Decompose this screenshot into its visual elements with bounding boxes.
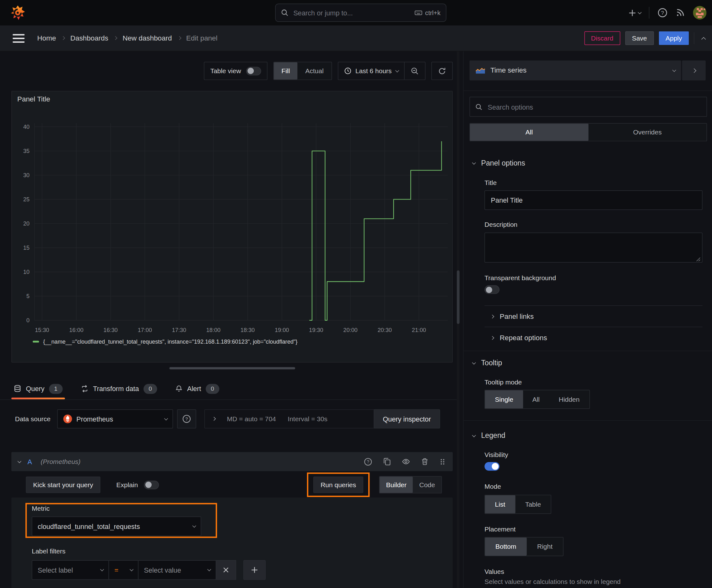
breadcrumb-new-dashboard[interactable]: New dashboard	[123, 34, 172, 42]
remove-filter-button[interactable]	[216, 560, 236, 580]
legend-header[interactable]: Legend	[473, 432, 505, 440]
grip-icon	[439, 458, 446, 465]
transparent-background-toggle[interactable]	[484, 285, 499, 294]
options-search-input[interactable]	[487, 102, 701, 111]
chevron-down-icon	[638, 10, 641, 14]
svg-text:16:30: 16:30	[104, 327, 118, 333]
svg-text:25: 25	[23, 196, 29, 203]
collapse-options-button[interactable]	[702, 36, 705, 41]
builder-code-switch: Builder Code	[379, 476, 442, 493]
breadcrumb-home[interactable]: Home	[37, 34, 56, 42]
tooltip-hidden-option[interactable]: Hidden	[549, 390, 589, 408]
select-value-dropdown[interactable]: Select value	[138, 560, 216, 580]
visualization-picker[interactable]: Time series	[470, 60, 681, 80]
svg-text:15: 15	[23, 245, 29, 251]
query-inspector-button[interactable]: Query inspector	[374, 409, 440, 428]
search-input[interactable]	[293, 8, 411, 17]
toggle-visibility-button[interactable]	[402, 458, 411, 466]
query-row-header[interactable]: A (Prometheus) ?	[11, 452, 453, 471]
explain-label: Explain	[116, 481, 138, 488]
chevron-down-icon	[395, 68, 399, 72]
grafana-edit-panel-screen: ctrl+k ?	[0, 0, 712, 588]
legend-list-option[interactable]: List	[485, 495, 515, 513]
chevron-down-icon	[192, 524, 196, 527]
query-options-bar[interactable]: MD = auto = 704 Interval = 30s Query ins…	[204, 409, 440, 428]
datasource-help-button[interactable]: ?	[177, 409, 196, 428]
chevron-right-icon	[114, 37, 117, 40]
delete-query-button[interactable]	[421, 458, 429, 466]
panel-title-input[interactable]	[484, 190, 702, 210]
add-filter-button[interactable]	[243, 560, 265, 580]
panel-links-section[interactable]: Panel links	[491, 313, 534, 321]
actual-option[interactable]: Actual	[298, 62, 331, 80]
repeat-options-section[interactable]: Repeat options	[491, 334, 547, 342]
open-viz-list-button[interactable]	[682, 60, 706, 80]
query-buttons-row: Kick start your query Explain Run querie…	[26, 476, 442, 493]
fill-option[interactable]: Fill	[274, 62, 298, 80]
query-count-badge: 1	[49, 384, 63, 394]
operator-dropdown[interactable]: =	[109, 560, 138, 580]
query-ref-id: A	[28, 458, 32, 465]
refresh-button[interactable]	[431, 62, 453, 80]
placement-right-option[interactable]: Right	[527, 538, 563, 555]
options-search[interactable]	[470, 97, 707, 117]
discard-button[interactable]: Discard	[584, 31, 620, 45]
chart-legend[interactable]: {__name__="cloudflared_tunnel_total_requ…	[33, 339, 297, 345]
user-avatar[interactable]	[693, 6, 706, 19]
explain-toggle[interactable]	[144, 481, 159, 489]
panel-options-header[interactable]: Panel options	[473, 159, 525, 167]
builder-option[interactable]: Builder	[380, 477, 413, 493]
svg-text:20:00: 20:00	[343, 327, 358, 333]
all-option[interactable]: All	[470, 123, 588, 141]
legend-visibility-toggle[interactable]	[484, 462, 499, 470]
select-label-dropdown[interactable]: Select label	[32, 560, 109, 580]
trash-icon	[421, 458, 429, 466]
menu-toggle-button[interactable]	[13, 34, 25, 42]
legend-table-option[interactable]: Table	[515, 495, 551, 513]
metric-select[interactable]: cloudflared_tunnel_total_requests	[32, 517, 201, 536]
run-queries-button[interactable]: Run queries	[313, 477, 363, 493]
table-view-toggle[interactable]	[246, 67, 261, 75]
time-range-picker[interactable]: Last 6 hours	[338, 62, 404, 80]
grafana-logo-icon[interactable]	[10, 5, 25, 20]
query-help-button[interactable]: ?	[364, 457, 372, 466]
tab-transform-data[interactable]: Transform data 0	[79, 378, 159, 399]
tab-alert[interactable]: Alert 0	[173, 378, 222, 399]
description-textarea[interactable]	[484, 233, 702, 262]
query-builder-body: Metric cloudflared_tunnel_total_requests…	[11, 498, 453, 588]
panel-resize-handle[interactable]	[170, 367, 296, 370]
kick-start-query-button[interactable]: Kick start your query	[26, 477, 100, 493]
chevron-down-icon[interactable]	[18, 459, 21, 463]
help-button[interactable]: ?	[657, 8, 667, 18]
tab-query[interactable]: Query 1	[11, 378, 65, 399]
help-icon: ?	[182, 414, 191, 423]
news-button[interactable]	[675, 8, 685, 17]
placement-bottom-option[interactable]: Bottom	[485, 538, 527, 555]
tooltip-header[interactable]: Tooltip	[473, 359, 502, 367]
label-filter-row: Select label = Select value	[32, 560, 265, 580]
svg-text:18:00: 18:00	[206, 327, 220, 333]
breadcrumb-dashboards[interactable]: Dashboards	[70, 34, 108, 42]
drag-query-handle[interactable]	[439, 458, 446, 465]
svg-text:?: ?	[186, 417, 188, 422]
copy-icon	[383, 458, 391, 466]
legend-series-label[interactable]: {__name__="cloudflared_tunnel_total_requ…	[43, 339, 297, 345]
chart-panel[interactable]: Panel Title 051015202530354015:3016:0016…	[11, 91, 453, 362]
duplicate-query-button[interactable]	[383, 458, 391, 466]
overrides-option[interactable]: Overrides	[588, 123, 707, 141]
datasource-picker[interactable]: Prometheus	[58, 409, 173, 428]
scrollbar-track[interactable]	[457, 51, 459, 588]
code-option[interactable]: Code	[413, 477, 441, 493]
new-menu-button[interactable]	[628, 9, 641, 17]
time-range-group: Last 6 hours	[338, 62, 426, 80]
save-button[interactable]: Save	[625, 31, 654, 45]
scrollbar-thumb[interactable]	[457, 270, 459, 324]
tooltip-all-option[interactable]: All	[523, 390, 549, 408]
zoom-out-button[interactable]	[404, 62, 425, 80]
chevron-down-icon	[672, 68, 675, 71]
svg-text:18:30: 18:30	[240, 327, 255, 333]
global-search[interactable]: ctrl+k	[275, 4, 447, 22]
apply-button[interactable]: Apply	[659, 31, 689, 45]
svg-text:40: 40	[23, 124, 29, 130]
tooltip-single-option[interactable]: Single	[485, 390, 523, 408]
